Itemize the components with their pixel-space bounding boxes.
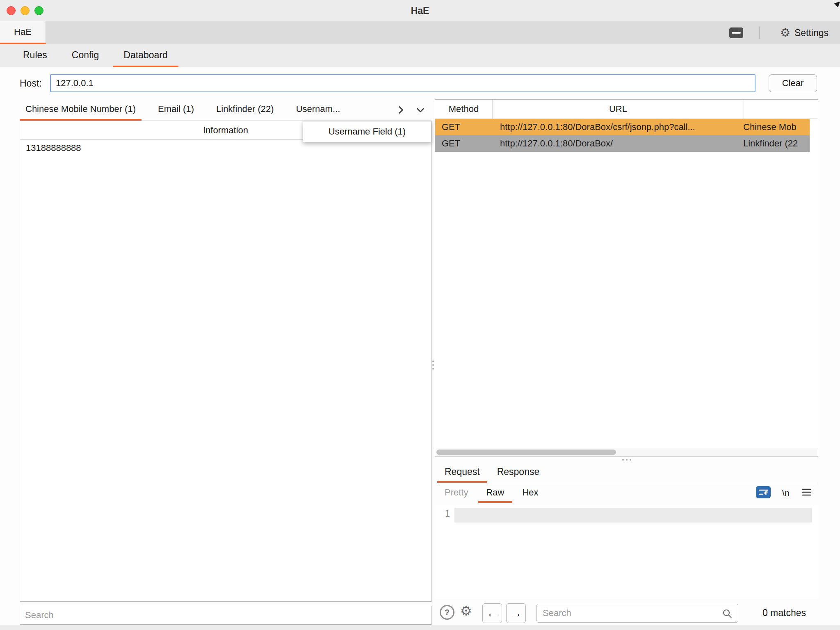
- information-table: Information 13188888888: [20, 121, 431, 602]
- host-label: Host:: [20, 67, 42, 99]
- tab-raw-label: Raw: [486, 487, 504, 498]
- information-header-label: Information: [203, 125, 248, 136]
- help-icon[interactable]: ?: [440, 605, 454, 620]
- table-row[interactable]: 13188888888: [20, 140, 431, 156]
- databoard-left-panel: Chinese Mobile Number (1) Email (1) Link…: [20, 99, 431, 625]
- tab-databoard[interactable]: Databoard: [113, 44, 178, 67]
- tab-username-field-label: Usernam...: [296, 104, 340, 114]
- host-row: Host: Clear: [0, 67, 840, 99]
- request-editor[interactable]: 1: [435, 505, 818, 599]
- url-cell: http://127.0.0.1:80/DoraBox/csrf/jsonp.p…: [493, 122, 739, 132]
- host-input[interactable]: [50, 74, 756, 92]
- scrollbar-thumb[interactable]: [436, 450, 616, 455]
- window-title: HaE: [0, 0, 840, 21]
- tab-response-label: Response: [497, 466, 540, 477]
- tab-request-label: Request: [445, 466, 480, 477]
- method-cell: GET: [435, 138, 493, 149]
- search-icon: [722, 608, 733, 619]
- column-header-method[interactable]: Method: [435, 100, 493, 119]
- mouse-cursor: [833, 0, 840, 11]
- url-cell: http://127.0.0.1:80/DoraBox/: [493, 138, 739, 149]
- horizontal-scrollbar[interactable]: [435, 448, 818, 456]
- hamburger-menu-icon[interactable]: [801, 488, 812, 499]
- requests-table-header: Method URL: [435, 100, 818, 119]
- dropdown-item-username-field[interactable]: Username Field (1): [329, 126, 406, 137]
- requests-table: Method URL GET http://127.0.0.1:80/DoraB…: [435, 99, 818, 457]
- tab-hae-label: HaE: [14, 27, 32, 37]
- tab-hae[interactable]: HaE: [0, 21, 46, 44]
- forward-arrow-icon: →: [511, 607, 522, 620]
- table-row[interactable]: GET http://127.0.0.1:80/DoraBox/csrf/jso…: [435, 119, 810, 135]
- settings-button[interactable]: ⚙ Settings: [780, 21, 829, 44]
- table-row[interactable]: GET http://127.0.0.1:80/DoraBox/ Linkfin…: [435, 135, 810, 152]
- next-match-button[interactable]: →: [506, 603, 526, 623]
- editor-view-tabs: Pretty Raw Hex \n: [435, 484, 818, 503]
- toolbar-separator: [759, 27, 760, 39]
- horizontal-splitter[interactable]: [435, 457, 818, 462]
- tab-config[interactable]: Config: [61, 44, 110, 67]
- tab-response[interactable]: Response: [490, 463, 547, 483]
- tab-hex-label: Hex: [522, 487, 538, 498]
- tab-linkfinder-label: Linkfinder (22): [216, 104, 274, 114]
- tab-hex[interactable]: Hex: [514, 484, 546, 503]
- sub-tabbar: Rules Config Databoard: [0, 44, 840, 67]
- current-line-highlight: [454, 508, 812, 523]
- match-count: 0 matches: [762, 601, 806, 625]
- left-search-input[interactable]: [20, 606, 431, 625]
- tab-databoard-label: Databoard: [123, 50, 167, 61]
- column-header-comment[interactable]: [744, 100, 818, 119]
- tab-config-label: Config: [72, 50, 99, 61]
- previous-match-button[interactable]: ←: [482, 603, 502, 623]
- method-header-label: Method: [449, 104, 479, 114]
- window-bottom-edge: [0, 625, 840, 630]
- back-arrow-icon: ←: [487, 607, 498, 620]
- editor-bottom-bar: ? ⚙ ← → 0 matches: [435, 601, 818, 625]
- layout-icon[interactable]: [729, 27, 743, 38]
- tab-pretty[interactable]: Pretty: [436, 484, 476, 503]
- vertical-splitter[interactable]: [431, 353, 435, 377]
- method-cell: GET: [435, 122, 493, 132]
- newline-toggle[interactable]: \n: [782, 488, 790, 499]
- tab-linkfinder[interactable]: Linkfinder (22): [210, 99, 280, 121]
- tab-raw[interactable]: Raw: [478, 484, 512, 503]
- editor-search-input[interactable]: [536, 604, 738, 623]
- clear-button[interactable]: Clear: [769, 74, 817, 92]
- titlebar: HaE: [0, 0, 840, 21]
- chevron-right-icon[interactable]: [395, 105, 406, 115]
- extractor-tabs: Chinese Mobile Number (1) Email (1) Link…: [20, 99, 431, 121]
- tab-rules-label: Rules: [23, 50, 47, 61]
- tab-rules[interactable]: Rules: [12, 44, 58, 67]
- tab-chinese-mobile-number-label: Chinese Mobile Number (1): [25, 104, 136, 114]
- comment-cell: Chinese Mob: [739, 122, 810, 132]
- databoard-right-panel: Method URL GET http://127.0.0.1:80/DoraB…: [435, 99, 818, 625]
- comment-cell: Linkfinder (22: [739, 138, 810, 149]
- message-tabs: Request Response: [435, 463, 818, 483]
- word-wrap-icon[interactable]: [756, 486, 771, 501]
- column-header-url[interactable]: URL: [493, 100, 744, 119]
- settings-label: Settings: [794, 27, 829, 39]
- url-header-label: URL: [609, 104, 627, 114]
- tab-email-label: Email (1): [158, 104, 194, 114]
- chevron-down-icon[interactable]: [415, 105, 426, 115]
- editor-settings-gear-icon[interactable]: ⚙: [460, 604, 472, 617]
- clear-button-label: Clear: [782, 78, 804, 89]
- tab-request[interactable]: Request: [437, 463, 487, 483]
- main-tabbar: HaE ⚙ Settings: [0, 21, 840, 44]
- tab-pretty-label: Pretty: [445, 487, 468, 498]
- information-cell: 13188888888: [26, 143, 81, 153]
- tab-overflow-dropdown: Username Field (1): [303, 121, 431, 142]
- line-number: 1: [445, 509, 454, 519]
- gear-icon: ⚙: [780, 27, 790, 39]
- tab-chinese-mobile-number[interactable]: Chinese Mobile Number (1): [20, 99, 142, 121]
- tab-email[interactable]: Email (1): [152, 99, 200, 121]
- tab-username-field[interactable]: Usernam...: [290, 99, 346, 121]
